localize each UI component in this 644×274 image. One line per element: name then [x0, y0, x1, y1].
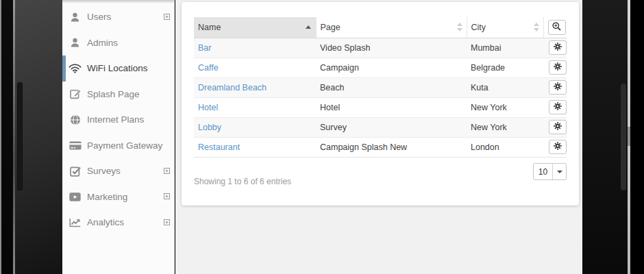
sidebar-item-payment-gateway[interactable]: Payment Gateway [62, 133, 174, 159]
sidebar-item-users[interactable]: Users [62, 4, 174, 30]
sidebar-item-surveys[interactable]: Surveys [62, 158, 174, 184]
admin-icon [69, 37, 82, 48]
sort-unsorted-icon [457, 23, 462, 32]
location-name-link[interactable]: Caffe [198, 63, 219, 73]
chevron-down-icon [557, 171, 562, 173]
sidebar: Users Admins WiFi Locations Splash Page … [62, 0, 175, 274]
gear-icon [554, 42, 562, 53]
city-cell: Belgrade [467, 58, 543, 77]
page-cell: Beach [316, 77, 467, 97]
search-button[interactable] [548, 20, 566, 35]
sidebar-item-label: Payment Gateway [87, 140, 162, 151]
sidebar-item-label: Surveys [87, 166, 121, 176]
user-icon [69, 12, 82, 23]
search-plus-icon [552, 22, 561, 33]
sidebar-item-label: WiFi Locations [87, 63, 148, 73]
page-size-caret[interactable] [553, 164, 566, 179]
sidebar-item-admins[interactable]: Admins [62, 30, 174, 56]
city-cell: New York [467, 97, 543, 117]
edit-icon [69, 88, 82, 99]
row-settings-button[interactable] [549, 60, 567, 75]
sort-asc-icon [306, 25, 311, 29]
wifi-icon [69, 63, 82, 74]
expand-plus-icon[interactable] [164, 193, 170, 199]
chart-icon [69, 217, 82, 228]
page-size-value[interactable]: 10 [534, 164, 553, 179]
sidebar-item-label: Users [87, 12, 111, 22]
device-side-button [621, 84, 626, 190]
column-header-name[interactable]: Name [194, 17, 316, 38]
sort-unsorted-icon [534, 23, 539, 32]
sidebar-item-analytics[interactable]: Analytics [62, 210, 174, 236]
table-row: Caffe Campaign Belgrade [194, 58, 567, 77]
column-header-label: Name [198, 23, 221, 32]
expand-plus-icon[interactable] [164, 219, 170, 225]
table-row: Bar Video Splash Mumbai [194, 38, 567, 58]
device-frame-right-bezel [582, 0, 628, 274]
page-cell: Video Splash [316, 38, 467, 58]
sidebar-item-label: Internet Plans [87, 114, 144, 125]
device-frame-left-bezel [15, 0, 62, 274]
gear-icon [554, 62, 562, 73]
sidebar-item-label: Admins [87, 38, 118, 48]
gear-icon [554, 82, 562, 92]
city-cell: New York [467, 117, 543, 137]
row-settings-button[interactable] [549, 120, 567, 134]
row-settings-button[interactable] [549, 100, 567, 114]
expand-plus-icon[interactable] [164, 168, 170, 174]
device-camera-dot [51, 133, 56, 138]
locations-card: Name Page City [182, 2, 579, 206]
sidebar-nav: Users Admins WiFi Locations Splash Page … [62, 0, 174, 236]
device-frame-left-black [1, 0, 13, 274]
city-cell: Mumbai [467, 38, 543, 58]
column-header-page[interactable]: Page [316, 17, 467, 38]
row-settings-button[interactable] [549, 80, 567, 95]
page-cell: Campaign Splash New [316, 137, 467, 157]
table-header-row: Name Page City [194, 17, 567, 38]
main-content: Name Page City [175, 0, 582, 274]
sidebar-item-label: Splash Page [87, 89, 140, 99]
location-name-link[interactable]: Lobby [198, 123, 221, 132]
column-header-label: Page [321, 23, 340, 32]
video-icon [69, 191, 82, 202]
sidebar-item-marketing[interactable]: Marketing [62, 184, 174, 210]
sidebar-item-internet-plans[interactable]: Internet Plans [62, 107, 174, 133]
device-side-button [17, 82, 23, 190]
column-header-label: City [471, 23, 486, 32]
gear-icon [554, 142, 562, 152]
location-name-link[interactable]: Restaurant [198, 142, 240, 152]
location-name-link[interactable]: Hotel [198, 103, 218, 112]
gear-icon [554, 122, 562, 132]
column-header-actions [543, 17, 567, 38]
expand-plus-icon[interactable] [164, 14, 170, 20]
location-name-link[interactable]: Dreamland Beach [198, 83, 267, 92]
entries-summary: Showing 1 to 6 of 6 entries [194, 177, 291, 186]
location-name-link[interactable]: Bar [198, 43, 211, 53]
table-row: Lobby Survey New York [194, 117, 567, 137]
column-header-city[interactable]: City [467, 17, 543, 38]
row-settings-button[interactable] [549, 140, 567, 154]
page-cell: Campaign [316, 58, 467, 77]
table-row: Dreamland Beach Beach Kuta [194, 77, 567, 97]
globe-icon [69, 114, 82, 125]
locations-table: Name Page City [194, 17, 567, 157]
sidebar-item-label: Marketing [87, 192, 127, 202]
row-settings-button[interactable] [549, 40, 567, 55]
city-cell: Kuta [467, 77, 543, 97]
check-square-icon [69, 166, 82, 177]
table-row: Hotel Hotel New York [194, 97, 567, 117]
sidebar-item-splash-page[interactable]: Splash Page [62, 82, 174, 108]
sidebar-item-wifi-locations[interactable]: WiFi Locations [62, 55, 174, 82]
table-footer: Showing 1 to 6 of 6 entries 10 [194, 157, 567, 203]
device-frame-right-black [630, 0, 644, 274]
page-cell: Hotel [316, 97, 467, 117]
city-cell: London [467, 137, 543, 157]
table-body: Bar Video Splash Mumbai [194, 38, 567, 157]
sidebar-item-label: Analytics [87, 217, 124, 227]
gear-icon [554, 102, 562, 112]
page-cell: Survey [316, 117, 467, 137]
page-size-dropdown[interactable]: 10 [533, 163, 567, 180]
table-row: Restaurant Campaign Splash New London [194, 137, 567, 157]
credit-card-icon [69, 140, 82, 151]
